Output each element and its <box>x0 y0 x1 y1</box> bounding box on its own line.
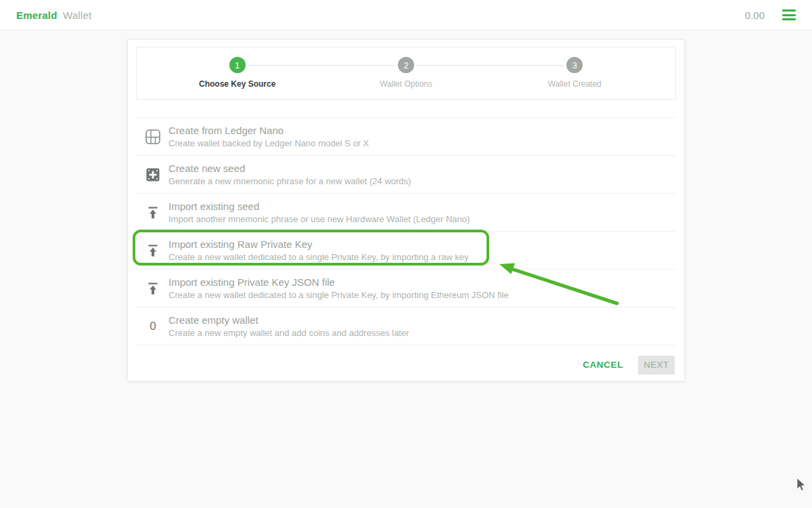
step-connector <box>417 65 491 66</box>
option-create-from-ledger[interactable]: Create from Ledger Nano Create wallet ba… <box>136 118 676 156</box>
brand-secondary: Wallet <box>63 9 91 21</box>
ledger-device-icon <box>145 129 160 144</box>
step-2-circle: 2 <box>398 57 414 73</box>
total-balance: 0.00 <box>745 9 765 21</box>
step-3-circle: 3 <box>566 57 583 73</box>
app-brand: Emerald Wallet <box>16 9 91 21</box>
mouse-cursor-icon <box>797 478 805 490</box>
step-connector <box>491 65 564 66</box>
key-source-options-list: Create from Ledger Nano Create wallet ba… <box>136 117 676 345</box>
option-title: Create from Ledger Nano <box>168 124 369 137</box>
step-wallet-created: 3 Wallet Created <box>491 57 659 89</box>
option-import-raw-private-key[interactable]: Import existing Raw Private Key Create a… <box>136 232 676 270</box>
app-header: Emerald Wallet 0.00 <box>0 0 812 30</box>
option-title: Create new seed <box>168 162 411 175</box>
step-1-label: Choose Key Source <box>199 79 275 89</box>
option-title: Import existing Raw Private Key <box>168 238 468 251</box>
option-subtitle: Generate a new mnemonic phrase for a new… <box>168 175 411 187</box>
option-subtitle: Create wallet backed by Ledger Nano mode… <box>168 137 369 149</box>
create-wallet-card: 1 Choose Key Source 2 Wallet Options 3 <box>127 39 685 381</box>
zero-icon: 0 <box>145 320 160 333</box>
card-actions: CANCEL NEXT <box>128 345 684 384</box>
step-1-circle: 1 <box>229 57 246 73</box>
cancel-button[interactable]: CANCEL <box>577 356 629 374</box>
option-subtitle: Create a new wallet dedicated to a singl… <box>168 251 468 263</box>
option-create-empty-wallet[interactable]: 0 Create empty wallet Create a new empty… <box>136 308 676 345</box>
brand-primary: Emerald <box>16 9 58 21</box>
step-connector <box>248 65 322 66</box>
step-wallet-options: 2 Wallet Options <box>321 57 490 89</box>
stepper: 1 Choose Key Source 2 Wallet Options 3 <box>136 47 676 100</box>
option-title: Create empty wallet <box>168 314 409 326</box>
option-title: Import existing seed <box>168 200 470 213</box>
option-import-existing-seed[interactable]: Import existing seed Import another mnem… <box>136 194 676 232</box>
option-title: Import existing Private Key JSON file <box>168 276 509 289</box>
option-create-new-seed[interactable]: Create new seed Generate a new mnemonic … <box>136 156 676 194</box>
hamburger-menu-icon[interactable] <box>782 9 796 20</box>
step-3-label: Wallet Created <box>548 79 602 89</box>
import-upload-icon <box>145 282 160 295</box>
option-import-private-key-json[interactable]: Import existing Private Key JSON file Cr… <box>136 270 676 308</box>
import-upload-icon <box>145 206 160 219</box>
step-connector <box>321 65 395 66</box>
next-button[interactable]: NEXT <box>638 356 675 375</box>
new-seed-icon <box>145 168 160 182</box>
option-subtitle: Import another mnemonic phrase or use ne… <box>168 213 470 225</box>
option-subtitle: Create a new empty wallet and add coins … <box>168 327 409 339</box>
step-choose-key-source: 1 Choose Key Source <box>153 57 321 89</box>
import-upload-icon <box>145 244 160 257</box>
option-subtitle: Create a new wallet dedicated to a singl… <box>168 289 509 301</box>
step-2-label: Wallet Options <box>380 79 432 89</box>
